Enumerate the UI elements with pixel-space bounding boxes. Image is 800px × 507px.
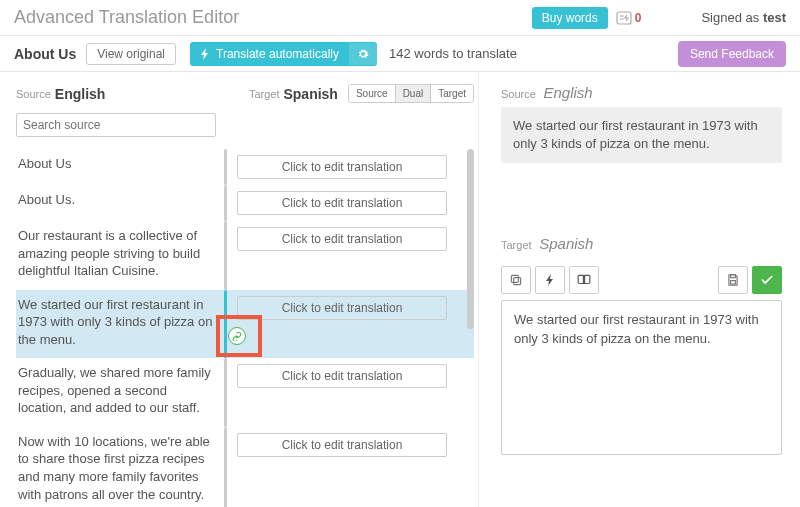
svg-rect-4 bbox=[731, 281, 736, 285]
translate-auto-settings[interactable] bbox=[349, 43, 377, 65]
edit-translation-button[interactable]: Click to edit translation bbox=[237, 155, 447, 179]
segment-source: We started our first restaurant in 1973 … bbox=[16, 290, 224, 359]
gear-icon bbox=[357, 48, 369, 60]
glossary-button[interactable] bbox=[569, 266, 599, 294]
buy-words-button[interactable]: Buy words bbox=[532, 7, 608, 29]
bolt-icon bbox=[200, 48, 210, 60]
link-icon[interactable] bbox=[228, 327, 246, 345]
mode-source[interactable]: Source bbox=[349, 85, 396, 102]
scrollbar-thumb[interactable] bbox=[467, 149, 474, 329]
target-lang-label: Target bbox=[249, 88, 280, 100]
mode-dual[interactable]: Dual bbox=[396, 85, 432, 102]
segment-source: Our restaurant is a collective of amazin… bbox=[16, 221, 224, 290]
signed-as: Signed as test bbox=[701, 10, 786, 25]
svg-rect-1 bbox=[514, 278, 521, 285]
machine-translate-button[interactable] bbox=[535, 266, 565, 294]
copy-icon bbox=[509, 273, 523, 287]
target-lang-name: Spanish bbox=[283, 86, 337, 102]
edit-translation-button[interactable]: Click to edit translation bbox=[237, 191, 447, 215]
edit-translation-button[interactable]: Click to edit translation bbox=[237, 227, 447, 251]
book-icon bbox=[577, 273, 591, 287]
view-mode-toggle[interactable]: Source Dual Target bbox=[348, 84, 474, 103]
credits-count: 0 bbox=[632, 11, 642, 25]
edit-translation-button[interactable]: Click to edit translation bbox=[237, 364, 447, 388]
edit-translation-button[interactable]: Click to edit translation bbox=[237, 296, 447, 320]
detail-source-header: Source English bbox=[501, 84, 782, 101]
segment-row[interactable]: Gradually, we shared more family recipes… bbox=[16, 358, 474, 427]
send-feedback-button[interactable]: Send Feedback bbox=[678, 41, 786, 67]
segment-row-selected[interactable]: We started our first restaurant in 1973 … bbox=[16, 290, 474, 359]
segment-row[interactable]: Now with 10 locations, we're able to sha… bbox=[16, 427, 474, 507]
segment-source: About Us bbox=[16, 149, 224, 185]
page-name: About Us bbox=[14, 46, 76, 62]
source-lang-name: English bbox=[55, 86, 106, 102]
bolt-icon bbox=[545, 273, 555, 287]
segment-row[interactable]: About Us Click to edit translation bbox=[16, 149, 474, 185]
copy-source-button[interactable] bbox=[501, 266, 531, 294]
app-title: Advanced Translation Editor bbox=[14, 7, 239, 28]
svg-rect-2 bbox=[511, 276, 518, 283]
detail-target-header: Target Spanish bbox=[501, 235, 782, 252]
save-button[interactable] bbox=[718, 266, 748, 294]
segment-source: Now with 10 locations, we're able to sha… bbox=[16, 427, 224, 507]
source-lang-label: Source bbox=[16, 88, 51, 100]
svg-rect-0 bbox=[617, 12, 631, 24]
segment-row[interactable]: Our restaurant is a collective of amazin… bbox=[16, 221, 474, 290]
search-input[interactable] bbox=[16, 113, 216, 137]
detail-source-text: We started our first restaurant in 1973 … bbox=[501, 107, 782, 163]
credits-indicator: 0 bbox=[616, 10, 642, 26]
disk-icon bbox=[726, 273, 740, 287]
segment-source: About Us. bbox=[16, 185, 224, 221]
translate-auto-button[interactable]: Translate automatically bbox=[190, 42, 349, 66]
svg-rect-3 bbox=[731, 275, 736, 278]
credits-icon bbox=[616, 10, 632, 26]
check-icon bbox=[760, 273, 774, 287]
segment-row[interactable]: About Us. Click to edit translation bbox=[16, 185, 474, 221]
mode-target[interactable]: Target bbox=[431, 85, 473, 102]
segment-source: Gradually, we shared more family recipes… bbox=[16, 358, 224, 427]
edit-translation-button[interactable]: Click to edit translation bbox=[237, 433, 447, 457]
words-to-translate: 142 words to translate bbox=[389, 46, 517, 61]
confirm-button[interactable] bbox=[752, 266, 782, 294]
view-original-button[interactable]: View original bbox=[86, 43, 176, 65]
translation-textarea[interactable] bbox=[501, 300, 782, 455]
